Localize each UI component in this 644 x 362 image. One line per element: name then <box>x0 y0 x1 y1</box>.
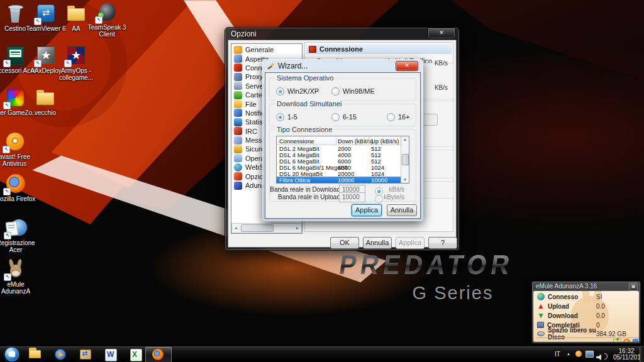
desktop-icon-teamspeak[interactable]: ↖ TeamSpeak 3 Client <box>84 3 130 38</box>
table-row[interactable]: DSL 20 MegaBit200001024 <box>277 170 401 177</box>
options-close-button[interactable]: ✕ <box>428 28 455 39</box>
proxy-icon <box>234 73 242 81</box>
tray-clock[interactable]: 16:32 05/11/2011 <box>613 348 640 361</box>
shortcut-arrow-icon: ↖ <box>4 232 11 239</box>
gadget-collapse-button[interactable]: ▣ <box>629 283 638 291</box>
gadget-divider <box>536 337 636 338</box>
gadget-titlebar[interactable]: eMule AdunanzA 3.16 ▣ <box>532 282 640 291</box>
tray-expand-icon[interactable]: ▲ <box>567 352 570 356</box>
windows-flag-icon <box>9 351 15 357</box>
gadget-row-download: ▼ Download 0.0 <box>537 311 635 320</box>
panel-small-button <box>421 114 438 126</box>
desktop-icon-vecchio[interactable]: vecchio <box>23 88 68 116</box>
desktop-icon-avast[interactable]: ↖ avast! Free Antivirus <box>0 132 37 167</box>
radio-icon <box>387 113 395 121</box>
taskbar-excel-icon[interactable]: X <box>130 348 142 361</box>
gadget-row-connected: Connesso SI <box>537 292 635 301</box>
wizard-apply-button[interactable]: Applica <box>352 204 382 216</box>
taskbar-media-player-icon[interactable]: ▶ <box>54 348 67 361</box>
shortcut-arrow-icon: ↖ <box>34 60 42 67</box>
taskbar-word-icon[interactable]: W <box>104 348 117 361</box>
table-row[interactable]: DSL 6 MegaBit6000512 <box>277 158 401 164</box>
panel-header: Connessione <box>306 44 452 54</box>
shortcut-arrow-icon: ↖ <box>3 146 10 153</box>
options-titlebar[interactable]: Opzioni ✕ <box>225 28 459 40</box>
os-group: Sistema Operativo Win2K/XP Win98/ME <box>269 78 416 101</box>
table-row[interactable]: DSL 6 MegaBit/1 MegaBit60001024 <box>277 164 401 170</box>
table-header: Connessione Down (kBit/s) Up (kBit/s) <box>277 136 401 145</box>
generale-icon <box>234 46 242 54</box>
desktop-icon-emule[interactable]: ↖ eMule AdunanzA <box>0 260 38 295</box>
gadget-body: Connesso SI ▲ Upload 0.0 ▼ Download 0.0 … <box>533 291 639 342</box>
radio-icon <box>331 113 340 121</box>
shortcut-arrow-icon: ↖ <box>3 188 11 195</box>
sidebar-item-generale[interactable]: Generale <box>231 45 302 54</box>
table-row-selected[interactable]: Fibra Ottica1000010000 <box>277 177 401 183</box>
connessione-icon <box>234 63 242 72</box>
shortcut-arrow-icon: ↖ <box>3 102 11 109</box>
tray-language-indicator[interactable]: IT <box>555 351 560 358</box>
gadget-settings-icon[interactable] <box>623 339 630 342</box>
adunanza-icon <box>234 182 242 190</box>
start-button[interactable] <box>5 348 19 361</box>
opzioni-avanzate-icon <box>234 172 242 180</box>
radio-win98me[interactable]: Win98/ME <box>331 85 375 97</box>
tray-avast-icon[interactable] <box>575 351 582 357</box>
table-row[interactable]: DSL 2 MegaBit2000512 <box>277 145 401 151</box>
kbyte-unit-label: kByte/s <box>384 194 404 200</box>
taskbar-utility-app-icon[interactable]: ⇄ <box>79 348 92 361</box>
incoming-folder-icon[interactable]: ▼ <box>613 339 621 342</box>
tray-network-icon[interactable] <box>586 351 594 358</box>
options-cancel-button[interactable]: Annulla <box>363 237 392 249</box>
messaggi-icon <box>234 136 242 145</box>
radio-1-5[interactable]: 1-5 <box>276 111 297 123</box>
folder-icon <box>65 4 87 24</box>
radio-icon <box>331 87 340 96</box>
radio-6-15[interactable]: 6-15 <box>331 111 357 123</box>
emule-gadget: eMule AdunanzA 3.16 ▣ Connesso SI ▲ Uplo… <box>531 281 641 344</box>
show-desktop-button[interactable] <box>640 347 644 362</box>
options-ok-button[interactable]: OK <box>330 237 359 249</box>
notifiche-icon <box>234 109 242 117</box>
globe-icon <box>537 293 545 300</box>
table-row[interactable]: DSL 4 MegaBit4000512 <box>277 151 401 158</box>
radio-win2kxp[interactable]: Win2K/XP <box>276 85 319 97</box>
desktop-icon-firefox[interactable]: ↖ Mozilla Firefox <box>0 174 38 202</box>
connection-table: Connessione Down (kBit/s) Up (kBit/s) DS… <box>276 136 409 184</box>
operazioni-icon <box>234 154 242 162</box>
wizard-cancel-button[interactable]: Annulla <box>387 204 417 216</box>
download-arrow-icon: ▼ <box>537 312 545 319</box>
downloads-group-label: Download Simultanei <box>275 100 343 107</box>
desktop-icon-registrazione-acer[interactable]: ↖ Registrazione Acer <box>0 218 38 253</box>
radio-16plus[interactable]: 16+ <box>387 111 410 123</box>
radio-kbyte <box>375 193 383 204</box>
table-vertical-scrollbar[interactable]: ▲ ▼ <box>401 136 409 183</box>
os-group-label: Sistema Operativo <box>275 74 335 82</box>
irc-icon <box>234 127 242 135</box>
avast-icon: ↖ <box>4 132 25 152</box>
options-help-button[interactable]: ? <box>428 237 457 249</box>
recycle-bin-icon <box>4 4 26 24</box>
sidebar-horizontal-scrollbar[interactable]: ◄ ► <box>231 223 302 233</box>
completed-icon <box>537 322 544 328</box>
wizard-title: Wizard... <box>278 62 308 70</box>
real-upload-input: 10000 <box>339 192 365 202</box>
shortcut-arrow-icon: ↖ <box>3 60 11 67</box>
wizard-titlebar[interactable]: Wizard... ✕ <box>262 59 423 72</box>
desktop-icon-armyops[interactable]: ★ ↖ ArmyOps - collegame... <box>53 46 99 81</box>
kbs-label-upload: KB/s <box>435 84 448 91</box>
simultaneous-downloads-group: Download Simultanei 1-5 6-15 16+ <box>269 104 416 126</box>
statistiche-icon <box>234 118 242 126</box>
panel-header-title: Connessione <box>319 45 363 53</box>
taskbar-explorer-icon[interactable] <box>29 348 42 361</box>
taskbar: ▶ ⇄ W X IT ▲ 16:32 05/11/2011 <box>0 346 644 362</box>
gadget-windows-icon[interactable] <box>633 339 638 342</box>
sicurezza-lock-icon <box>234 145 242 153</box>
taskbar-firefox-active-button[interactable] <box>145 347 172 362</box>
file-icon <box>234 100 242 108</box>
desktop-screen: PREDATOR G Series Cestino ⇄ ↖ TeamViewer… <box>0 0 644 362</box>
tray-volume-icon[interactable] <box>596 351 608 362</box>
kbs-label-download: KB/s <box>435 60 448 67</box>
real-upload-label: Banda reale in Upload <box>278 194 340 200</box>
wizard-close-button[interactable]: ✕ <box>396 61 418 71</box>
